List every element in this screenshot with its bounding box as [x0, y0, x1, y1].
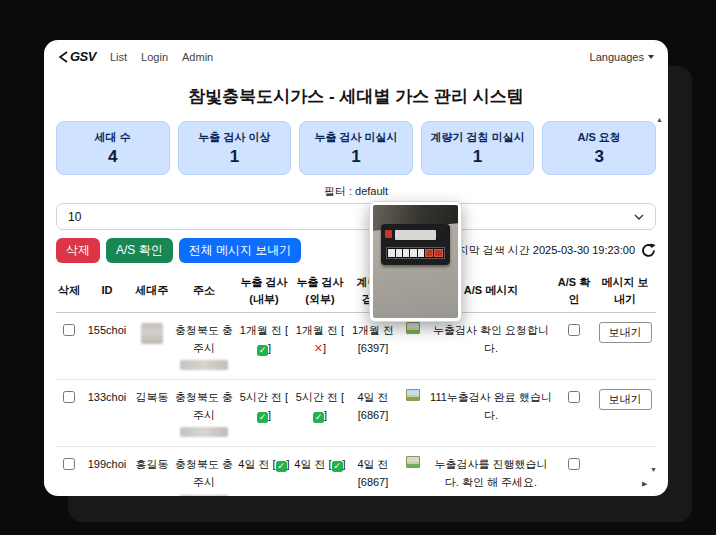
- send-all-message-button[interactable]: 전체 메시지 보내기: [179, 238, 302, 263]
- row-select-checkbox[interactable]: [63, 324, 75, 336]
- cell-address: 충청북도 충주시: [172, 313, 236, 380]
- cell-select: [56, 447, 82, 496]
- cell-select: [56, 380, 82, 447]
- check-pass-icon: ✓: [332, 461, 343, 472]
- last-search-time: 마지막 검색 시간 2025-03-30 19:23:00: [447, 243, 656, 258]
- header-address: 주소: [172, 269, 236, 313]
- stat-value: 1: [302, 147, 410, 167]
- nav-link-list[interactable]: List: [110, 51, 127, 63]
- photo-thumbnail-icon[interactable]: [406, 456, 420, 468]
- as-confirm-checkbox[interactable]: [568, 458, 580, 470]
- stat-value: 3: [545, 147, 653, 167]
- header-leak-inside: 누출 검사 (내부): [236, 269, 292, 313]
- cell-address: 충청북도 충주시: [172, 447, 236, 496]
- stat-label: 누출 검사 미실시: [302, 130, 410, 145]
- cell-photo: [398, 313, 428, 380]
- cell-as-message: 누출검사를 진행했습니다. 확인 해 주세요.: [428, 447, 554, 496]
- stat-label: A/S 요청: [545, 130, 653, 145]
- header-leak-outside: 누출 검사 (외부): [292, 269, 348, 313]
- refresh-icon[interactable]: [641, 243, 656, 258]
- cell-leak-inside: 5시간 전 [✓]: [236, 380, 292, 447]
- stat-card-households: 세대 수 4: [56, 121, 170, 175]
- cell-id: 133choi: [82, 380, 132, 447]
- brand-logo[interactable]: GSV: [58, 49, 96, 64]
- cell-leak-inside: 1개월 전 [✓]: [236, 313, 292, 380]
- cell-send-message: 보내기: [594, 313, 656, 380]
- app-window: GSV List Login Admin Languages 참빛충북도시가스 …: [44, 40, 668, 496]
- stat-value: 1: [181, 147, 289, 167]
- table-header: 삭제 ID 세대주 주소 누출 검사 (내부) 누출 검사 (외부) 계량기 검…: [56, 269, 656, 313]
- gas-meter-photo: [373, 205, 458, 318]
- cell-leak-inside: 4일 전 [✓]: [236, 447, 292, 496]
- check-pass-icon: ✓: [313, 412, 324, 423]
- header-send-message: 메시지 보내기: [594, 269, 656, 313]
- photo-thumbnail-icon[interactable]: [406, 389, 420, 401]
- redacted-address: [180, 427, 228, 437]
- cell-photo: [398, 447, 428, 496]
- cell-id: 155choi: [82, 313, 132, 380]
- as-confirm-checkbox[interactable]: [568, 391, 580, 403]
- header-id: ID: [82, 269, 132, 313]
- cell-household-head: 홍길동: [132, 447, 172, 496]
- page-size-select[interactable]: 10: [56, 203, 656, 230]
- as-confirm-checkbox[interactable]: [568, 324, 580, 336]
- nav-link-admin[interactable]: Admin: [182, 51, 213, 63]
- header-as-confirm: A/S 확인: [554, 269, 594, 313]
- chevron-down-icon: [634, 214, 644, 220]
- stat-card-leak-abnormal: 누출 검사 이상 1: [178, 121, 292, 175]
- nav-link-login[interactable]: Login: [141, 51, 168, 63]
- cell-leak-outside: 1개월 전 [✕]: [292, 313, 348, 380]
- brand-text: GSV: [70, 49, 96, 64]
- toolbar: 삭제 A/S 확인 전체 메시지 보내기 마지막 검색 시간 2025-03-3…: [56, 238, 656, 263]
- navbar: GSV List Login Admin Languages: [44, 40, 668, 71]
- page-title: 참빛충북도시가스 - 세대별 가스 관리 시스템: [56, 85, 656, 108]
- cell-address: 충청북도 충주시: [172, 380, 236, 447]
- cell-leak-outside: 5시간 전 [✓]: [292, 380, 348, 447]
- languages-dropdown[interactable]: Languages: [590, 51, 654, 63]
- scroll-down-arrow-icon[interactable]: ▼: [650, 466, 657, 473]
- filter-label: 필터 : default: [56, 184, 656, 199]
- cell-as-confirm: [554, 447, 594, 496]
- cell-send-message: [594, 447, 656, 496]
- redacted-address: [180, 360, 228, 370]
- page-size-value: 10: [68, 210, 81, 224]
- household-table: 삭제 ID 세대주 주소 누출 검사 (내부) 누출 검사 (외부) 계량기 검…: [56, 269, 656, 496]
- x-fail-icon: ✕: [314, 343, 323, 354]
- last-search-text: 마지막 검색 시간 2025-03-30 19:23:00: [447, 243, 635, 258]
- stat-card-leak-not-done: 누출 검사 미실시 1: [299, 121, 413, 175]
- as-confirm-button[interactable]: A/S 확인: [106, 238, 173, 263]
- cell-as-confirm: [554, 380, 594, 447]
- cell-id: 199choi: [82, 447, 132, 496]
- stat-value: 1: [424, 147, 532, 167]
- stat-label: 계량기 검침 미실시: [424, 130, 532, 145]
- row-select-checkbox[interactable]: [63, 458, 75, 470]
- scroll-right-arrow-icon[interactable]: ▶: [642, 480, 647, 487]
- send-message-button[interactable]: 보내기: [599, 389, 652, 410]
- cell-as-confirm: [554, 313, 594, 380]
- redacted-name: [141, 323, 163, 344]
- cell-as-message: 누출검사 확인 요청합니다.: [428, 313, 554, 380]
- send-message-button[interactable]: 보내기: [599, 322, 652, 343]
- check-pass-icon: ✓: [257, 412, 268, 423]
- table-row: 199choi홍길동충청북도 충주시4일 전 [✓]4일 전 [✓]4일 전 […: [56, 447, 656, 496]
- cell-meter-reading: 4일 전 [6867]: [348, 380, 398, 447]
- main-content: 참빛충북도시가스 - 세대별 가스 관리 시스템 세대 수 4 누출 검사 이상…: [44, 85, 668, 496]
- languages-label: Languages: [590, 51, 644, 63]
- scroll-up-arrow-icon[interactable]: ▲: [656, 116, 663, 123]
- cell-photo: [398, 380, 428, 447]
- photo-thumbnail-icon[interactable]: [406, 322, 420, 334]
- logo-swoosh-icon: [58, 51, 69, 63]
- table-body: 155choi충청북도 충주시1개월 전 [✓]1개월 전 [✕]1개월 전 […: [56, 313, 656, 497]
- table-row: 133choi김복동충청북도 충주시5시간 전 [✓]5시간 전 [✓]4일 전…: [56, 380, 656, 447]
- row-select-checkbox[interactable]: [63, 391, 75, 403]
- cell-leak-outside: 4일 전 [✓]: [292, 447, 348, 496]
- cell-household-head: 김복동: [132, 380, 172, 447]
- stat-value: 4: [59, 147, 167, 167]
- check-pass-icon: ✓: [276, 461, 287, 472]
- cell-household-head: [132, 313, 172, 380]
- check-pass-icon: ✓: [257, 345, 268, 356]
- stat-card-meter-not-read: 계량기 검침 미실시 1: [421, 121, 535, 175]
- cell-send-message: 보내기: [594, 380, 656, 447]
- delete-button[interactable]: 삭제: [56, 238, 100, 263]
- header-household-head: 세대주: [132, 269, 172, 313]
